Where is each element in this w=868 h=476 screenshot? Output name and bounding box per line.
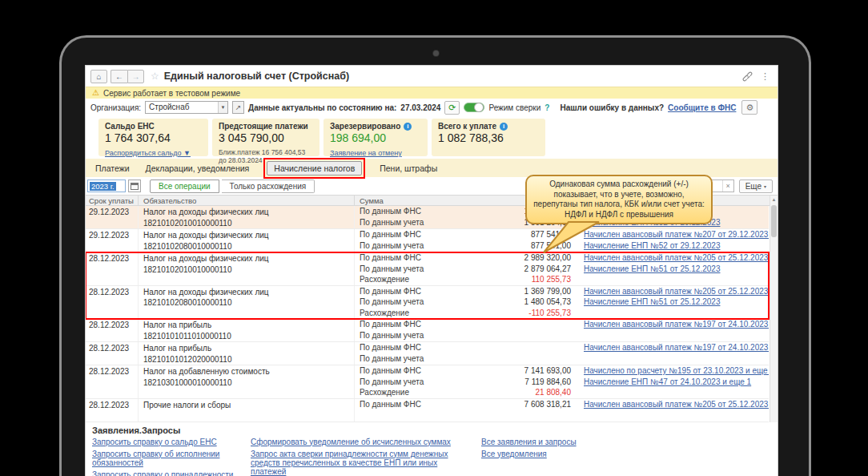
scrollbar-thumb[interactable] xyxy=(771,205,777,237)
info-icon[interactable]: i xyxy=(404,123,412,131)
home-button[interactable]: ⌂ xyxy=(90,70,107,83)
line-kind: По данным учета xyxy=(355,296,473,308)
footer-link[interactable]: Запрос акта сверки принадлежности сумм д… xyxy=(251,450,465,476)
period-input[interactable]: 2023 г. xyxy=(87,180,126,192)
vertical-scrollbar[interactable]: ▲ xyxy=(770,196,778,422)
card-value: 3 045 790,00 xyxy=(219,131,313,144)
warning-icon: ⚠ xyxy=(92,89,99,97)
line-kind: По данным учета xyxy=(355,264,473,275)
table-row-group[interactable]: 29.12.2023Налог на доходы физических лиц… xyxy=(86,229,769,252)
get-link-icon[interactable] xyxy=(742,71,753,82)
footer-links-column-3: Все заявления и запросыВсе уведомления xyxy=(481,438,577,476)
line-kind: По данным ФНС xyxy=(355,206,473,217)
footer-link[interactable]: Все уведомления xyxy=(481,450,577,458)
summary-cards: Сальдо ЕНС 1 764 307,64 Распорядиться са… xyxy=(98,119,778,156)
cancel-application-link[interactable]: Заявление на отмену xyxy=(330,149,402,157)
table-row[interactable]: По данным ФНС7 608 318,21Начислен авансо… xyxy=(355,399,769,410)
footer-link[interactable]: Сформировать уведомление об исчисленных … xyxy=(251,438,465,446)
settings-button[interactable]: ⚙ xyxy=(741,100,757,115)
line-amount: 21 808,40 xyxy=(473,387,576,398)
footer-link[interactable]: Все заявления и запросы xyxy=(481,438,577,446)
report-to-fns-link[interactable]: Сообщите в ФНС xyxy=(668,103,736,112)
table-row-group[interactable]: 28.12.2023Налог на прибыль18210101011010… xyxy=(86,319,769,342)
table-row-group[interactable]: 28.12.2023Налог на доходы физических лиц… xyxy=(86,252,769,286)
open-organization-button[interactable]: ↗ xyxy=(232,101,244,114)
info-icon[interactable]: i xyxy=(500,123,508,131)
table-body: 29.12.2023Налог на доходы физических лиц… xyxy=(86,206,778,422)
refresh-button[interactable]: ⟳ xyxy=(444,101,460,115)
clear-icon[interactable]: × xyxy=(722,180,733,192)
all-operations-button[interactable]: Все операции xyxy=(150,180,219,193)
line-amount: 110 255,73 xyxy=(473,274,576,285)
compare-mode-toggle[interactable] xyxy=(464,103,484,112)
table-row[interactable]: По данным ФНС7 141 693,00Начислено по ра… xyxy=(355,365,769,377)
operation-link[interactable]: Начисление ЕНП №52 от 29.12.2023 xyxy=(584,240,769,252)
line-kind: По данным ФНС xyxy=(355,252,473,264)
due-date: 28.12.2023 xyxy=(86,252,139,285)
table-row[interactable]: По данным ФНС1 369 799,00Начислен авансо… xyxy=(355,286,769,297)
table-row[interactable]: По данным учета xyxy=(355,330,769,341)
menu-kebab-icon[interactable]: ⋮ xyxy=(761,71,770,82)
scroll-up-icon[interactable]: ▲ xyxy=(770,196,778,204)
calendar-icon[interactable] xyxy=(128,180,141,192)
table-row[interactable]: По данным учета7 119 884,60Начисление ЕН… xyxy=(355,377,769,388)
line-kind: По данным ФНС xyxy=(355,365,473,377)
operation-link[interactable]: Начислен авансовый платеж №205 от 25.12.… xyxy=(584,399,769,410)
table-row[interactable]: Расхождение110 255,73 xyxy=(355,274,769,285)
footer-link[interactable]: Запросить справку о сальдо ЕНС xyxy=(92,438,244,446)
card-value: 1 764 307,64 xyxy=(105,131,202,144)
line-kind: По данным ФНС xyxy=(355,286,473,297)
due-date: 29.12.2023 xyxy=(86,206,139,228)
manage-saldo-link[interactable]: Распорядиться сальдо ▼ xyxy=(105,149,191,157)
chevron-down-icon[interactable]: ▼ xyxy=(218,102,227,113)
back-icon: ← xyxy=(115,72,123,81)
table-row[interactable]: По данным учета xyxy=(355,353,769,365)
table-row[interactable]: По данным учета2 879 064,27Начисление ЕН… xyxy=(355,264,769,275)
operation-link[interactable]: Начислен авансовый платеж №205 от 25.12.… xyxy=(584,252,769,264)
actual-date: 27.03.2024 xyxy=(400,103,440,112)
card-title: Зарезервировано xyxy=(330,122,400,131)
line-kind: По данным учета xyxy=(355,377,473,388)
due-date: 28.12.2023 xyxy=(86,365,139,398)
table-row[interactable]: По данным ФНСНачислен авансовый платеж №… xyxy=(355,319,769,330)
table-row[interactable]: Расхождение21 808,40 xyxy=(355,387,769,398)
forward-button[interactable]: → xyxy=(127,70,144,83)
table-row[interactable]: По данным ФНСНачислен авансовый платеж №… xyxy=(355,342,769,353)
operation-link[interactable]: Начислен авансовый платеж №207 от 29.12.… xyxy=(584,229,769,240)
organization-value: Стройснаб xyxy=(146,102,218,113)
line-kind: Расхождение xyxy=(355,387,473,398)
chevron-down-icon: ▾ xyxy=(764,184,766,189)
tab-4[interactable]: Пени, штрафы xyxy=(380,163,437,173)
operation-link[interactable]: Начислен авансовый платеж №197 от 24.10.… xyxy=(584,319,769,330)
operation-link[interactable]: Начислен авансовый платеж №205 от 25.12.… xyxy=(584,286,769,297)
more-label: Еще xyxy=(745,182,762,191)
table-row-group[interactable]: 28.12.2023Налог на прибыль18210101012020… xyxy=(86,342,769,365)
card-saldo-ens: Сальдо ЕНС 1 764 307,64 Распорядиться са… xyxy=(98,119,208,156)
footer-link[interactable]: Запросить справку о принадлежности сумм … xyxy=(92,470,244,476)
table-row[interactable]: Расхождение-110 255,73 xyxy=(355,308,769,319)
tab-2[interactable]: Декларации, уведомления xyxy=(146,163,250,173)
table-row-group[interactable]: 28.12.2023Прочие налоги и сборыПо данным… xyxy=(86,399,769,422)
help-icon[interactable]: ? xyxy=(545,103,549,112)
column-header-obligation: Обязательство xyxy=(139,196,355,205)
organization-select[interactable]: Стройснаб ▼ xyxy=(145,101,228,114)
back-button[interactable]: ← xyxy=(111,70,127,83)
line-kind: По данным ФНС xyxy=(355,229,473,240)
more-button[interactable]: Еще ▾ xyxy=(739,180,773,193)
operation-link[interactable]: Начисление ЕНП №47 от 24.10.2023 и еще 1 xyxy=(584,377,769,388)
screen: ⌂ ← → ☆ Единый налоговый счет (Стройснаб… xyxy=(85,65,778,476)
footer-link[interactable]: Запросить справку об исполнении обязанно… xyxy=(92,450,244,467)
operation-link[interactable]: Начислено по расчету №195 от 23.10.2023 … xyxy=(584,365,769,377)
table-row-group[interactable]: 28.12.2023Налог на добавленную стоимость… xyxy=(86,365,769,399)
line-kind: По данным ФНС xyxy=(355,399,473,410)
tab-1[interactable]: Платежи xyxy=(95,163,130,173)
gear-icon: ⚙ xyxy=(745,103,753,113)
table-row[interactable]: По данным учета1 480 054,73Начисление ЕН… xyxy=(355,296,769,308)
operation-link[interactable]: Начисление ЕНП №51 от 25.12.2023 xyxy=(584,296,769,308)
favorite-star-icon[interactable]: ☆ xyxy=(151,71,159,82)
operation-link[interactable]: Начисление ЕНП №51 от 25.12.2023 xyxy=(584,264,769,275)
only-discrepancies-button[interactable]: Только расхождения xyxy=(222,180,315,193)
table-row-group[interactable]: 28.12.2023Налог на доходы физических лиц… xyxy=(86,286,769,320)
operation-link[interactable]: Начислен авансовый платеж №197 от 24.10.… xyxy=(584,342,769,353)
card-value: 1 082 788,36 xyxy=(438,131,539,144)
